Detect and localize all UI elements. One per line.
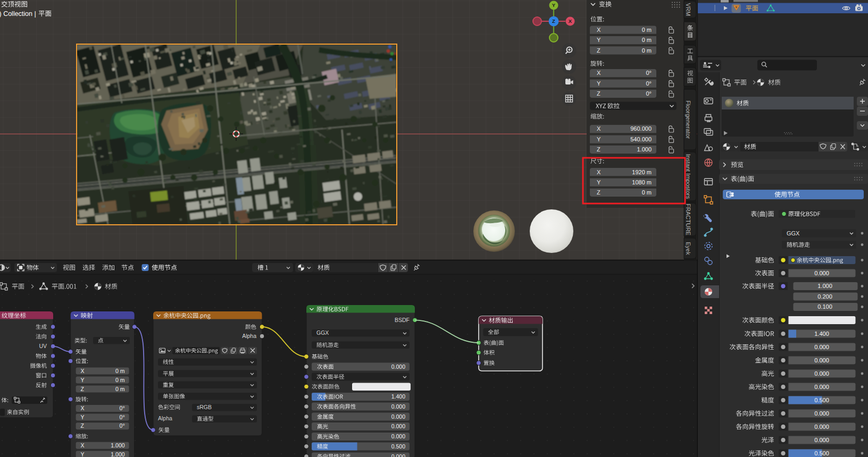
svg-text:0.000: 0.000: [391, 453, 405, 457]
svg-text:0.000: 0.000: [391, 363, 405, 370]
svg-text:Alpha: Alpha: [242, 333, 256, 339]
svg-text:Z: Z: [597, 90, 600, 97]
svg-text:0.000: 0.000: [391, 433, 405, 439]
svg-text:0.000: 0.000: [391, 413, 405, 420]
svg-text:0.000: 0.000: [814, 344, 829, 350]
svg-text:0°: 0°: [120, 414, 125, 420]
svg-text:960.000: 960.000: [630, 125, 652, 132]
svg-text:1.000: 1.000: [637, 146, 652, 153]
svg-text:0 m: 0 m: [642, 27, 652, 33]
svg-text:Instant Impostors: Instant Impostors: [685, 154, 691, 199]
svg-text:X: X: [597, 125, 601, 132]
svg-text:X: X: [81, 405, 85, 411]
svg-text:0 m: 0 m: [642, 47, 652, 54]
svg-text:Y: Y: [81, 451, 85, 457]
svg-text:0.000: 0.000: [391, 403, 405, 410]
svg-text:) Collection |: ) Collection |: [0, 10, 36, 18]
svg-text:0 m: 0 m: [115, 368, 125, 374]
svg-text:Z: Z: [597, 146, 600, 153]
svg-text:0.200: 0.200: [817, 293, 832, 300]
svg-text:Z: Z: [597, 47, 600, 54]
svg-text:0 m: 0 m: [115, 377, 125, 383]
svg-text:0°: 0°: [120, 405, 125, 411]
svg-text:0.000: 0.000: [814, 384, 829, 390]
svg-text:0 m: 0 m: [642, 37, 652, 43]
svg-text:0.000: 0.000: [814, 357, 829, 363]
svg-text:0.000: 0.000: [814, 410, 829, 417]
svg-text:sRGB: sRGB: [197, 404, 212, 410]
svg-text:X: X: [597, 70, 601, 76]
svg-text:1.400: 1.400: [391, 393, 405, 400]
svg-text:1080 m: 1080 m: [632, 179, 652, 185]
svg-text:Y: Y: [81, 414, 85, 420]
svg-text:Z: Z: [597, 189, 600, 196]
svg-text:540.000: 540.000: [630, 136, 652, 142]
svg-text:Floorgenerator: Floorgenerator: [685, 100, 691, 139]
svg-text:Y: Y: [597, 37, 601, 43]
svg-text:0.000: 0.000: [814, 370, 829, 377]
svg-text:GGX: GGX: [316, 329, 329, 336]
svg-text:1920 m: 1920 m: [632, 169, 652, 175]
svg-text:0°: 0°: [646, 80, 652, 87]
svg-text:Y: Y: [597, 80, 601, 87]
svg-text:UV: UV: [39, 343, 47, 349]
svg-text:0.000: 0.000: [391, 423, 405, 429]
svg-text:1.000: 1.000: [111, 442, 124, 448]
svg-text:Z: Z: [81, 386, 85, 392]
svg-text:FRACTURE: FRACTURE: [685, 204, 691, 235]
svg-text:BSDF: BSDF: [395, 317, 410, 323]
svg-text:VRM: VRM: [685, 3, 691, 16]
svg-text:Y: Y: [597, 179, 601, 185]
svg-text:0.500: 0.500: [391, 443, 405, 450]
svg-text:0°: 0°: [646, 90, 652, 97]
svg-text:X: X: [81, 442, 85, 448]
svg-text:0.100: 0.100: [817, 303, 832, 310]
svg-text:Y: Y: [552, 2, 556, 8]
svg-text:0.000: 0.000: [814, 437, 829, 443]
svg-text:0.000: 0.000: [814, 424, 829, 430]
svg-text:0°: 0°: [646, 70, 652, 76]
svg-text:1.400: 1.400: [814, 331, 829, 337]
svg-text:X: X: [597, 27, 601, 33]
svg-text:0.500: 0.500: [814, 450, 829, 456]
svg-text:Y: Y: [597, 136, 601, 142]
svg-text:1.000: 1.000: [817, 283, 832, 289]
svg-text:Z: Z: [552, 18, 555, 24]
svg-text:X: X: [569, 18, 572, 24]
svg-text:Y: Y: [81, 377, 85, 383]
svg-text:1.000: 1.000: [111, 451, 124, 457]
svg-text:GGX: GGX: [787, 230, 800, 236]
svg-text:0 m: 0 m: [115, 386, 125, 392]
svg-text:Alpha: Alpha: [158, 415, 172, 421]
svg-text:0.500: 0.500: [814, 397, 829, 403]
svg-text:X: X: [597, 169, 601, 175]
svg-text:0 m: 0 m: [642, 189, 652, 196]
svg-text:Z: Z: [81, 422, 85, 429]
svg-text:X: X: [81, 368, 85, 374]
svg-text:Eyek: Eyek: [685, 242, 691, 255]
svg-text:0°: 0°: [120, 422, 125, 429]
svg-text:0.000: 0.000: [814, 270, 829, 276]
